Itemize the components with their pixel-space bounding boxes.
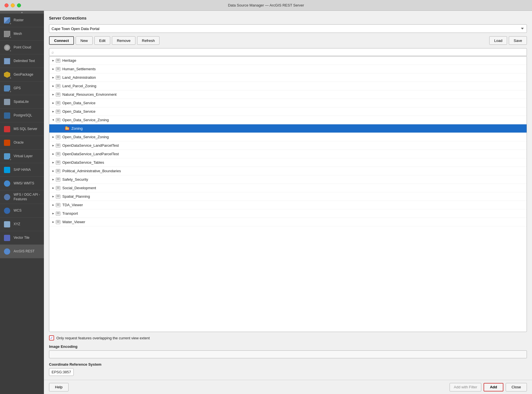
- sidebar-item-postgresql[interactable]: PostgreSQL: [0, 109, 44, 122]
- db-icon: [56, 203, 61, 207]
- tree-row-open-data-service-zoning[interactable]: ▼ Open_Data_Service_Zoning: [49, 116, 527, 124]
- sidebar-item-spatialite[interactable]: SpatiaLite: [0, 95, 44, 109]
- tree-row-opendataservice-tables[interactable]: ► OpenDataService_Tables: [49, 158, 527, 167]
- tree-label: Open_Data_Service: [62, 109, 525, 114]
- bottom-section: ✓ Only request features overlapping the …: [44, 332, 532, 380]
- tree-label: Natural_Resources_Environment: [62, 92, 525, 97]
- sidebar-item-xyz[interactable]: XYZ: [0, 218, 44, 231]
- close-button[interactable]: [5, 3, 8, 7]
- new-button[interactable]: New: [76, 36, 93, 45]
- tree-label: OpenDataService_LandParcelTest: [62, 143, 525, 148]
- expand-icon[interactable]: ►: [51, 67, 56, 71]
- expand-icon[interactable]: ►: [51, 169, 56, 173]
- expand-icon[interactable]: ►: [51, 58, 56, 63]
- expand-icon[interactable]: ►: [51, 152, 56, 156]
- tree-row-zoning-selected[interactable]: Zoning: [49, 124, 527, 133]
- expand-icon[interactable]: ►: [51, 186, 56, 190]
- spatialite-icon: [3, 98, 11, 106]
- expand-icon[interactable]: ►: [51, 203, 56, 207]
- tree-label: Open_Data_Service_Zoning: [62, 135, 525, 139]
- maximize-button[interactable]: [17, 3, 21, 7]
- sidebar-item-wms[interactable]: WMS/ WMTS: [0, 177, 44, 190]
- expand-icon[interactable]: ►: [51, 143, 56, 148]
- tree-row-open-data-service-2[interactable]: ► Open_Data_Service: [49, 107, 527, 116]
- sidebar-item-vectortile[interactable]: Vector Tile: [0, 231, 44, 245]
- tree-container[interactable]: ► Heritage ► Human_Settlements ► Land_Ad…: [49, 56, 527, 332]
- db-icon: [56, 135, 61, 139]
- expand-icon[interactable]: ►: [51, 109, 56, 114]
- sidebar-item-virtual[interactable]: + Virtual Layer: [0, 150, 44, 163]
- sidebar-item-wfs[interactable]: WFS / OGC API - Features: [0, 190, 44, 204]
- expand-icon[interactable]: ►: [51, 84, 56, 88]
- sidebar: + Raster + Mesh + Point Cloud Delimited …: [0, 11, 44, 394]
- expand-icon[interactable]: ►: [51, 101, 56, 105]
- expand-icon: [60, 126, 65, 131]
- checkbox-row: ✓ Only request features overlapping the …: [49, 335, 527, 340]
- tree-row-safety-security[interactable]: ► Safety_Security: [49, 175, 527, 184]
- tree-row-opendataservice-landparceltest-1[interactable]: ► OpenDataService_LandParcelTest: [49, 141, 527, 150]
- search-icon: ⌕: [52, 50, 54, 54]
- tree-row-water-viewer[interactable]: ► Water_Viewer: [49, 218, 527, 226]
- tree-row-open-data-service-zoning-2[interactable]: ► Open_Data_Service_Zoning: [49, 133, 527, 141]
- tree-row-human-settlements[interactable]: ► Human_Settlements: [49, 65, 527, 73]
- close-button[interactable]: Close: [506, 383, 527, 391]
- tree-row-land-administration[interactable]: ► Land_Administration: [49, 73, 527, 82]
- sidebar-item-saphana[interactable]: SAP HANA: [0, 163, 44, 177]
- image-encoding-input[interactable]: [49, 350, 527, 358]
- oracle-icon: [3, 139, 11, 147]
- sidebar-item-label: WCS: [14, 208, 22, 213]
- load-button[interactable]: Load: [489, 36, 507, 45]
- add-with-filter-button[interactable]: Add with Filter: [450, 383, 481, 391]
- expand-icon[interactable]: ►: [51, 194, 56, 199]
- search-input[interactable]: [56, 50, 524, 54]
- expand-icon[interactable]: ►: [51, 75, 56, 80]
- expand-icon[interactable]: ▼: [51, 118, 56, 122]
- tree-row-natural-resources[interactable]: ► Natural_Resources_Environment: [49, 90, 527, 99]
- expand-icon[interactable]: ►: [51, 177, 56, 182]
- sidebar-item-oracle[interactable]: Oracle: [0, 136, 44, 150]
- connect-button[interactable]: Connect: [49, 36, 74, 45]
- tree-row-open-data-service-1[interactable]: ► Open_Data_Service: [49, 99, 527, 107]
- tree-row-transport[interactable]: ► Transport: [49, 209, 527, 218]
- tree-row-opendataservice-landparceltest-2[interactable]: ► OpenDataService_LandParcelTest: [49, 150, 527, 158]
- sidebar-item-mssql[interactable]: MS SQL Server: [0, 122, 44, 136]
- expand-icon[interactable]: ►: [51, 135, 56, 139]
- sidebar-item-mesh[interactable]: + Mesh: [0, 27, 44, 41]
- db-icon: [56, 67, 61, 71]
- sidebar-item-label: Mesh: [14, 32, 22, 36]
- expand-icon[interactable]: ►: [51, 92, 56, 97]
- xyz-icon: [3, 220, 11, 229]
- mssql-icon: [3, 125, 11, 133]
- sidebar-item-delimited[interactable]: Delimited Text: [0, 54, 44, 68]
- sidebar-item-raster[interactable]: + Raster: [0, 14, 44, 27]
- tree-row-spatial-planning[interactable]: ► Spatial_Planning: [49, 192, 527, 201]
- remove-button[interactable]: Remove: [112, 36, 135, 45]
- sidebar-item-pointcloud[interactable]: + Point Cloud: [0, 41, 44, 54]
- expand-icon[interactable]: ►: [51, 211, 56, 216]
- checkbox-label: Only request features overlapping the cu…: [56, 336, 150, 340]
- sidebar-item-gps[interactable]: + GPS: [0, 82, 44, 95]
- sidebar-scroll-up[interactable]: [0, 11, 44, 14]
- minimize-button[interactable]: [11, 3, 15, 7]
- check-mark: ✓: [50, 336, 53, 340]
- wms-icon: [3, 179, 11, 188]
- tree-row-political-admin[interactable]: ► Political_Administrative_Boundaries: [49, 167, 527, 175]
- refresh-button[interactable]: Refresh: [137, 36, 160, 45]
- sidebar-item-label: Virtual Layer: [14, 154, 33, 159]
- sidebar-item-arcgisrest[interactable]: ArcGIS REST: [0, 245, 44, 258]
- help-button[interactable]: Help: [49, 383, 69, 391]
- edit-button[interactable]: Edit: [94, 36, 110, 45]
- tree-row-social-development[interactable]: ► Social_Development: [49, 184, 527, 192]
- db-icon: [56, 195, 61, 199]
- tree-row-tda-viewer[interactable]: ► TDA_Viewer: [49, 201, 527, 209]
- expand-icon[interactable]: ►: [51, 160, 56, 165]
- view-extent-checkbox[interactable]: ✓: [49, 335, 54, 340]
- save-button[interactable]: Save: [509, 36, 527, 45]
- tree-row-heritage[interactable]: ► Heritage: [49, 56, 527, 65]
- sidebar-item-geopackage[interactable]: + GeoPackage: [0, 68, 44, 82]
- sidebar-item-wcs[interactable]: WCS: [0, 204, 44, 218]
- tree-row-land-parcel-zoning[interactable]: ► Land_Parcel_Zoning: [49, 82, 527, 90]
- add-button[interactable]: Add: [484, 383, 503, 391]
- expand-icon[interactable]: ►: [51, 220, 56, 224]
- server-connections-dropdown[interactable]: Cape Town Open Data Portal: [49, 24, 527, 33]
